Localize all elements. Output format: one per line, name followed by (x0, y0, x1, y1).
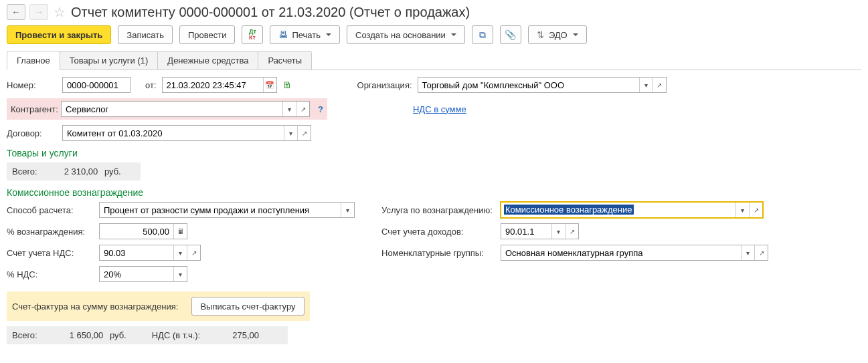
help-icon[interactable]: ? (318, 104, 323, 114)
counterparty-label: Контрагент: (11, 104, 56, 114)
nomen-group-label: Номенклатурные группы: (381, 248, 495, 258)
counterparty-block: Контрагент: ▾ ↗ ? (7, 98, 327, 120)
chevron-down-icon[interactable]: ▾ (282, 102, 296, 116)
goods-totals: Всего: 2 310,00 руб. (7, 162, 141, 180)
open-icon[interactable]: ↗ (187, 245, 200, 260)
contract-field[interactable]: ▾ ↗ (62, 125, 311, 141)
page-title: Отчет комитенту 0000-000001 от 21.03.202… (71, 5, 470, 20)
save-button[interactable]: Записать (118, 25, 173, 44)
chevron-down-icon[interactable]: ▾ (639, 78, 653, 92)
open-icon[interactable]: ↗ (296, 102, 309, 116)
chevron-down-icon[interactable]: ▾ (551, 224, 565, 239)
vat-percent-label: % НДС: (7, 269, 94, 279)
commission-section-title: Комиссионное вознаграждение (7, 187, 861, 198)
percent-label: % вознаграждения: (7, 227, 94, 237)
printer-icon: 🖶 (278, 29, 288, 40)
chevron-down-icon[interactable]: ▾ (341, 203, 354, 217)
org-input[interactable] (418, 78, 639, 92)
post-button[interactable]: Провести (179, 25, 236, 44)
print-label: Печать (292, 30, 321, 40)
chevron-down-icon[interactable]: ▾ (741, 245, 754, 260)
tab-goods[interactable]: Товары и услуги (1) (60, 51, 159, 70)
goods-total-label: Всего: (12, 166, 37, 176)
commission-totals: Всего: 1 650,00 руб. НДС (в т.ч.): 275,0… (7, 326, 288, 344)
open-icon[interactable]: ↗ (297, 126, 311, 140)
open-icon[interactable]: ↗ (565, 224, 578, 239)
invoice-label: Счет-фактура на сумму вознаграждения: (12, 301, 178, 312)
chevron-down-icon (451, 33, 456, 36)
org-label: Организация: (357, 80, 412, 90)
structure-icon: ⧉ (479, 29, 486, 41)
income-account-input[interactable] (501, 224, 551, 239)
tab-settlements[interactable]: Расчеты (258, 51, 312, 70)
service-field[interactable]: Комиссионное вознаграждение ▾ ↗ (501, 202, 763, 218)
contract-input[interactable] (63, 126, 284, 140)
chevron-down-icon[interactable]: ▾ (735, 203, 749, 217)
structure-button[interactable]: ⧉ (472, 25, 493, 44)
document-flow-icon[interactable]: 🗎 (282, 80, 292, 90)
invoice-bar: Счет-фактура на сумму вознаграждения: Вы… (7, 291, 310, 321)
service-input[interactable]: Комиссионное вознаграждение (504, 205, 634, 215)
open-icon[interactable]: ↗ (749, 203, 762, 217)
create-based-button[interactable]: Создать на основании (347, 25, 465, 44)
nomen-group-field[interactable]: ▾ ↗ (501, 245, 768, 261)
percent-field[interactable]: 🖩 (99, 223, 187, 239)
commission-total-currency: руб. (110, 330, 126, 340)
vat-percent-input[interactable] (100, 267, 173, 281)
tab-cash[interactable]: Денежные средства (157, 51, 258, 70)
nav-back-button[interactable]: ← (7, 4, 25, 20)
number-label: Номер: (7, 80, 57, 90)
calculator-icon[interactable]: 🖩 (173, 224, 187, 239)
dt-kt-icon: ДтКт (249, 29, 256, 41)
print-button[interactable]: 🖶 Печать (270, 25, 340, 44)
vat-incl-value: 275,00 (232, 330, 259, 340)
method-input[interactable] (100, 203, 341, 217)
income-account-field[interactable]: ▾ ↗ (501, 223, 579, 239)
from-label: от: (145, 80, 157, 90)
nav-forward-button: → (29, 4, 48, 20)
toolbar: Провести и закрыть Записать Провести ДтК… (7, 25, 861, 44)
contract-label: Договор: (7, 128, 57, 138)
nomen-group-input[interactable] (501, 245, 741, 260)
post-and-close-button[interactable]: Провести и закрыть (7, 25, 111, 44)
commission-total-label: Всего: (12, 330, 37, 340)
method-label: Способ расчета: (7, 205, 94, 215)
org-field[interactable]: ▾ ↗ (418, 77, 667, 93)
chevron-down-icon[interactable]: ▾ (284, 126, 297, 140)
number-field[interactable] (62, 77, 131, 93)
date-field[interactable] (162, 77, 277, 93)
counterparty-input[interactable] (62, 102, 282, 116)
vat-account-field[interactable]: ▾ ↗ (99, 245, 201, 261)
vat-account-label: Счет учета НДС: (7, 248, 94, 258)
date-input[interactable] (163, 78, 263, 92)
income-account-label: Счет учета доходов: (381, 227, 495, 237)
chevron-down-icon (573, 33, 578, 36)
vat-incl-label: НДС (в т.ч.): (152, 330, 201, 340)
favorite-star-icon[interactable]: ☆ (54, 4, 66, 20)
goods-total-currency: руб. (104, 166, 121, 176)
create-based-label: Создать на основании (355, 30, 446, 40)
chevron-down-icon[interactable]: ▾ (173, 267, 187, 281)
edo-button[interactable]: ⇄ ЭДО (528, 25, 587, 44)
counterparty-field[interactable]: ▾ ↗ (61, 101, 310, 117)
chevron-down-icon (326, 33, 331, 36)
goods-section-title: Товары и услуги (7, 148, 861, 158)
edo-label: ЭДО (549, 30, 568, 40)
chevron-down-icon[interactable]: ▾ (173, 245, 187, 260)
vat-mode-link[interactable]: НДС в сумме (413, 104, 466, 114)
calendar-icon[interactable] (263, 78, 276, 92)
dt-kt-button[interactable]: ДтКт (242, 25, 263, 44)
edo-icon: ⇄ (535, 31, 546, 39)
tab-main[interactable]: Главное (7, 51, 60, 70)
vat-account-input[interactable] (100, 245, 173, 260)
open-icon[interactable]: ↗ (754, 245, 768, 260)
open-icon[interactable]: ↗ (653, 78, 666, 92)
number-input[interactable] (63, 78, 130, 92)
percent-input[interactable] (100, 224, 173, 239)
tabs: Главное Товары и услуги (1) Денежные сре… (7, 51, 861, 70)
attachments-button[interactable]: 📎 (500, 25, 521, 44)
vat-percent-field[interactable]: ▾ (99, 266, 187, 282)
commission-total-value: 1 650,00 (70, 330, 104, 340)
create-invoice-button[interactable]: Выписать счет-фактуру (191, 297, 304, 316)
method-field[interactable]: ▾ (99, 202, 355, 218)
